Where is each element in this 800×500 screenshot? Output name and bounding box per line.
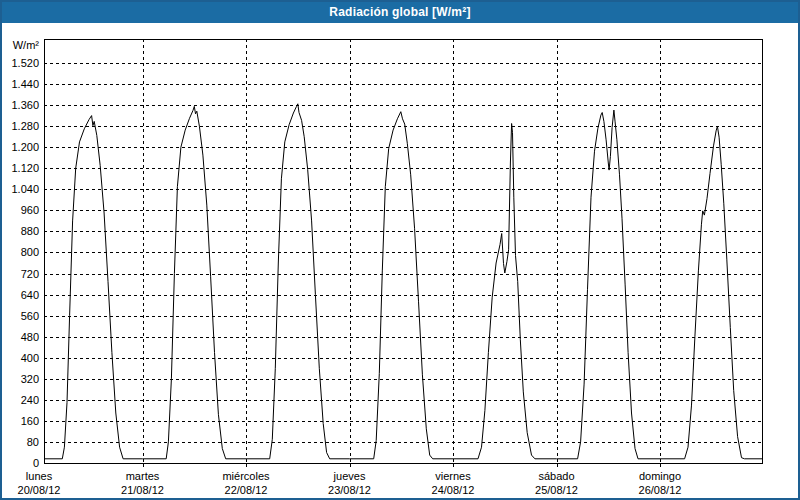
y-tick-label: 1.040 — [11, 183, 39, 195]
day-date-label: 22/08/12 — [225, 484, 268, 496]
y-tick-label: 320 — [21, 373, 39, 385]
day-date-label: 25/08/12 — [535, 484, 578, 496]
day-date-label: 20/08/12 — [18, 484, 61, 496]
y-tick-label: 640 — [21, 289, 39, 301]
x-axis-labels: lunes20/08/12martes21/08/12miércoles22/0… — [18, 470, 682, 496]
day-name-label: sábado — [538, 470, 574, 482]
day-date-label: 21/08/12 — [121, 484, 164, 496]
day-name-label: viernes — [435, 470, 471, 482]
y-tick-label: 240 — [21, 394, 39, 406]
y-tick-label: 1.520 — [11, 57, 39, 69]
y-tick-label: 560 — [21, 310, 39, 322]
chart-title: Radiación global [W/m²] — [329, 5, 470, 19]
plot-background — [44, 39, 762, 463]
y-tick-label: 960 — [21, 204, 39, 216]
y-tick-label: 1.200 — [11, 141, 39, 153]
radiation-chart-panel: Radiación global [W/m²] 0801602403204004… — [0, 0, 800, 500]
y-tick-label: 1.360 — [11, 99, 39, 111]
day-date-label: 26/08/12 — [639, 484, 682, 496]
day-name-label: miércoles — [222, 470, 270, 482]
y-tick-label: 1.440 — [11, 78, 39, 90]
y-tick-label: 160 — [21, 415, 39, 427]
day-date-label: 24/08/12 — [432, 484, 475, 496]
y-axis-labels: 0801602403204004805606407208008809601.04… — [11, 57, 39, 469]
day-name-label: jueves — [333, 470, 366, 482]
y-tick-label: 880 — [21, 225, 39, 237]
y-tick-label: 80 — [27, 436, 39, 448]
chart-area: 0801602403204004805606407208008809601.04… — [2, 23, 798, 498]
y-tick-label: 400 — [21, 352, 39, 364]
day-name-label: domingo — [639, 470, 681, 482]
y-tick-label: 720 — [21, 268, 39, 280]
y-tick-label: 480 — [21, 331, 39, 343]
y-tick-label: 800 — [21, 246, 39, 258]
y-tick-label: 0 — [33, 457, 39, 469]
day-date-label: 23/08/12 — [328, 484, 371, 496]
day-name-label: lunes — [26, 470, 53, 482]
radiation-line-chart: 0801602403204004805606407208008809601.04… — [2, 23, 798, 498]
y-tick-label: 1.120 — [11, 162, 39, 174]
y-tick-label: 1.280 — [11, 120, 39, 132]
chart-title-bar: Radiación global [W/m²] — [2, 2, 798, 23]
y-axis-unit-label: W/m² — [13, 39, 40, 51]
day-name-label: martes — [126, 470, 160, 482]
